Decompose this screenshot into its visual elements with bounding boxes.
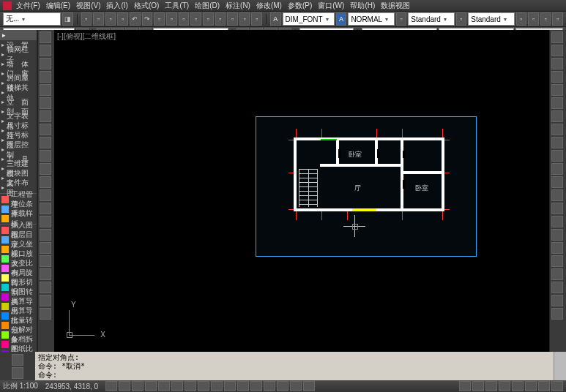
status-toggle[interactable] [459,381,471,391]
vtool-btn[interactable] [40,163,51,175]
side-item[interactable]: ▸楼梯其他 [0,88,37,97]
redo-btn[interactable]: ↷ [142,12,153,26]
vtool-btn[interactable] [551,137,563,148]
status-toggle[interactable] [132,381,144,391]
menu-draw[interactable]: 绘图(D) [195,1,220,11]
menu-tools[interactable]: 工具(T) [165,1,189,11]
vtool-btn[interactable] [40,229,51,241]
status-toggle[interactable] [277,381,288,391]
vtool-btn[interactable] [551,110,563,122]
status-toggle[interactable] [499,381,510,391]
status-toggle[interactable] [472,381,484,391]
menu-param[interactable]: 参数(P) [288,1,312,11]
vtool-btn[interactable] [40,295,51,306]
vtool-btn[interactable] [40,150,51,162]
vtool-btn[interactable] [551,268,563,280]
status-toggle[interactable] [185,381,196,391]
menu-format[interactable]: 格式(O) [134,1,159,11]
print-btn[interactable]: ▫ [117,12,128,26]
vtool-btn[interactable] [551,176,563,188]
vtool-btn[interactable] [551,150,563,162]
menu-dataview[interactable]: 数据视图 [381,1,410,11]
vtool-btn[interactable] [40,58,51,69]
cmd-prompt-line[interactable]: 命令: [38,371,551,380]
vtool-btn[interactable] [551,97,563,109]
open-btn[interactable]: ▫ [93,12,104,26]
cmd-tool-btn[interactable] [12,354,23,366]
tool-btn[interactable]: ▫ [552,12,563,26]
tool-btn[interactable]: ▫ [528,12,539,26]
command-input[interactable]: 指定对角点: 命令: *取消* 命令: [35,352,554,380]
status-toggle[interactable] [525,381,537,391]
status-toggle[interactable] [171,381,183,391]
cmd-grip[interactable] [0,352,35,380]
vtool-btn[interactable] [40,45,51,56]
new-btn[interactable]: ▫ [81,12,92,26]
vtool-btn[interactable] [40,110,51,122]
std-btn[interactable]: ▫ [456,12,467,26]
menu-insert[interactable]: 插入(I) [106,1,127,11]
save-btn[interactable]: ▫ [105,12,116,26]
vtool-btn[interactable] [40,84,51,96]
textstyle-dropdown[interactable]: NORMAL▾ [348,12,394,26]
vtool-btn[interactable] [40,255,51,267]
status-toggle[interactable] [264,381,275,391]
vtool-btn[interactable] [551,203,563,214]
menu-help[interactable]: 帮助(H) [350,1,375,11]
vtool-btn[interactable] [551,31,563,43]
status-toggle[interactable] [237,381,249,391]
status-toggle[interactable] [119,381,130,391]
status-scale[interactable]: 比例 1:100 [3,381,38,391]
dimstyle-dropdown[interactable]: DIM_FONT▾ [283,12,335,26]
tool-btn[interactable]: ▫ [516,12,527,26]
status-toggle[interactable] [485,381,497,391]
vtool-btn[interactable] [40,97,51,109]
menu-window[interactable]: 窗口(W) [318,1,344,11]
tool-btn[interactable]: ▫ [251,12,262,26]
vtool-btn[interactable] [551,45,563,56]
vtool-btn[interactable] [40,124,51,135]
vtool-btn[interactable] [40,282,51,293]
status-toggle[interactable] [224,381,236,391]
vtool-btn[interactable] [551,255,563,267]
status-toggle[interactable] [211,381,223,391]
vtool-btn[interactable] [551,282,563,293]
tool-btn[interactable]: ▫ [154,12,165,26]
vtool-btn[interactable] [40,216,51,227]
vtool-btn[interactable] [40,176,51,188]
cmd-scrollbar[interactable] [554,352,566,380]
vtool-btn[interactable] [40,31,51,43]
tool-btn[interactable]: ▫ [215,12,226,26]
vtool-btn[interactable] [551,84,563,96]
vtool-btn[interactable] [551,229,563,241]
tool-btn[interactable]: ▫ [239,12,250,26]
status-toggle[interactable] [250,381,262,391]
std-btn[interactable]: ▫ [396,12,407,26]
status-toggle[interactable] [145,381,157,391]
vtool-btn[interactable] [551,71,563,83]
menu-modify[interactable]: 修改(M) [256,1,282,11]
vtool-btn[interactable] [551,163,563,175]
menu-edit[interactable]: 编辑(E) [46,1,70,11]
viewport-label[interactable]: [-][俯视][二维线框] [54,30,119,43]
menu-file[interactable]: 文件(F) [16,1,40,11]
vtool-btn[interactable] [551,58,563,69]
drawing-canvas[interactable]: [-][俯视][二维线框] [54,30,549,352]
menu-view[interactable]: 视图(V) [76,1,100,11]
vtool-btn[interactable] [551,308,563,320]
tool-btn[interactable]: ▫ [190,12,201,26]
vtool-btn[interactable] [40,189,51,201]
vtool-btn[interactable] [551,295,563,306]
side-item[interactable]: ▸轴网柱子 [0,50,37,59]
vtool-btn[interactable] [40,308,51,320]
status-toggle[interactable] [290,381,302,391]
vtool-btn[interactable] [40,268,51,280]
tool-btn[interactable]: ▫ [166,12,177,26]
vtool-btn[interactable] [551,242,563,254]
tablestyle1-dropdown[interactable]: Standard▾ [408,12,454,26]
text-btn[interactable]: A [336,12,347,26]
status-toggle[interactable] [158,381,170,391]
tool-btn[interactable]: ▫ [540,12,551,26]
status-toggle[interactable] [105,381,117,391]
vtool-btn[interactable] [40,242,51,254]
